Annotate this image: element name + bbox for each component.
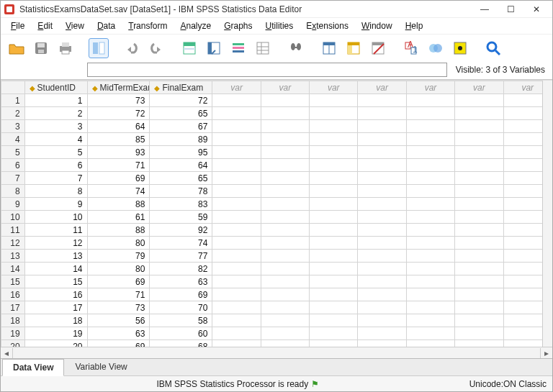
cell-empty[interactable] xyxy=(310,120,358,133)
cell-empty[interactable] xyxy=(261,185,309,198)
cell-empty[interactable] xyxy=(310,327,358,340)
cell-empty[interactable] xyxy=(455,172,503,185)
cell-empty[interactable] xyxy=(406,159,454,172)
cell-empty[interactable] xyxy=(358,301,406,314)
select-cases-icon[interactable] xyxy=(368,38,388,58)
cell[interactable]: 74 xyxy=(150,237,212,250)
use-sets-icon[interactable] xyxy=(426,38,446,58)
cell[interactable]: 14 xyxy=(24,263,87,275)
col-header-midterm[interactable]: ◆MidTermExam xyxy=(87,81,150,94)
col-header-empty[interactable]: var xyxy=(261,81,309,94)
cell[interactable]: 65 xyxy=(150,172,212,185)
cell-empty[interactable] xyxy=(358,133,406,146)
cell-empty[interactable] xyxy=(212,120,261,133)
cell[interactable]: 65 xyxy=(150,107,212,120)
cell-empty[interactable] xyxy=(455,288,503,301)
cell[interactable]: 73 xyxy=(87,301,150,314)
cell-empty[interactable] xyxy=(212,94,261,107)
cell-empty[interactable] xyxy=(455,340,503,347)
cell[interactable]: 74 xyxy=(87,185,150,198)
cell-empty[interactable] xyxy=(212,159,261,172)
row-header[interactable]: 4 xyxy=(1,133,25,146)
cell-empty[interactable] xyxy=(358,263,406,275)
menu-data[interactable]: Data xyxy=(91,19,121,32)
cell-empty[interactable] xyxy=(261,327,309,340)
cell-empty[interactable] xyxy=(310,301,358,314)
cell[interactable]: 9 xyxy=(24,198,87,211)
cell-empty[interactable] xyxy=(212,250,261,263)
cell-empty[interactable] xyxy=(310,172,358,185)
cell-empty[interactable] xyxy=(261,198,309,211)
cell[interactable]: 80 xyxy=(87,263,150,275)
run-descriptives-icon[interactable] xyxy=(253,38,273,58)
horizontal-scrollbar[interactable]: ◂ ▸ xyxy=(1,347,552,358)
tab-variable-view[interactable]: Variable View xyxy=(64,358,138,375)
cell-empty[interactable] xyxy=(358,340,406,347)
variables-icon[interactable] xyxy=(228,38,248,58)
cell[interactable]: 68 xyxy=(150,340,212,347)
col-header-empty[interactable]: var xyxy=(358,81,406,94)
cell-empty[interactable] xyxy=(358,185,406,198)
row-header[interactable]: 2 xyxy=(1,107,25,120)
col-header-studentid[interactable]: ◆StudentID xyxy=(24,81,87,94)
row-header[interactable]: 9 xyxy=(1,198,25,211)
split-file-icon[interactable] xyxy=(319,38,339,58)
cell-empty[interactable] xyxy=(455,159,503,172)
cell-empty[interactable] xyxy=(455,327,503,340)
cell-empty[interactable] xyxy=(406,327,454,340)
cell-empty[interactable] xyxy=(310,275,358,288)
cell[interactable]: 69 xyxy=(150,288,212,301)
cell[interactable]: 69 xyxy=(87,172,150,185)
cell-empty[interactable] xyxy=(212,263,261,275)
value-labels-icon[interactable]: A1 xyxy=(401,38,421,58)
maximize-button[interactable]: ☐ xyxy=(498,1,523,17)
redo-icon[interactable] xyxy=(146,38,166,58)
cell[interactable]: 61 xyxy=(87,211,150,224)
menu-edit[interactable]: Edit xyxy=(32,19,58,32)
cell-empty[interactable] xyxy=(455,198,503,211)
cell[interactable]: 79 xyxy=(87,250,150,263)
row-header[interactable]: 17 xyxy=(1,301,25,314)
cell-empty[interactable] xyxy=(261,224,309,237)
cell-empty[interactable] xyxy=(406,301,454,314)
cell[interactable]: 72 xyxy=(87,107,150,120)
cell-empty[interactable] xyxy=(358,107,406,120)
cell-empty[interactable] xyxy=(261,94,309,107)
cell-empty[interactable] xyxy=(212,211,261,224)
cell[interactable]: 1 xyxy=(24,94,87,107)
cell-empty[interactable] xyxy=(455,120,503,133)
cell-empty[interactable] xyxy=(358,275,406,288)
cell-empty[interactable] xyxy=(261,146,309,159)
cell[interactable]: 6 xyxy=(24,159,87,172)
cell-empty[interactable] xyxy=(455,301,503,314)
row-header[interactable]: 11 xyxy=(1,224,25,237)
row-header[interactable]: 13 xyxy=(1,250,25,263)
search-icon[interactable] xyxy=(483,38,503,58)
cell-empty[interactable] xyxy=(358,94,406,107)
cell[interactable]: 58 xyxy=(150,314,212,327)
cell-empty[interactable] xyxy=(310,263,358,275)
cell-empty[interactable] xyxy=(455,263,503,275)
cell-empty[interactable] xyxy=(310,340,358,347)
cell-empty[interactable] xyxy=(212,301,261,314)
cell-empty[interactable] xyxy=(406,107,454,120)
undo-icon[interactable] xyxy=(122,38,142,58)
cell-empty[interactable] xyxy=(455,211,503,224)
col-header-empty[interactable]: var xyxy=(212,81,261,94)
cell-empty[interactable] xyxy=(358,327,406,340)
cell-empty[interactable] xyxy=(406,288,454,301)
cell-empty[interactable] xyxy=(455,237,503,250)
row-header[interactable]: 14 xyxy=(1,263,25,275)
cell[interactable]: 78 xyxy=(150,185,212,198)
menu-window[interactable]: Window xyxy=(356,19,398,32)
cell-empty[interactable] xyxy=(406,314,454,327)
cell-empty[interactable] xyxy=(310,159,358,172)
cell[interactable]: 77 xyxy=(150,250,212,263)
menu-analyze[interactable]: Analyze xyxy=(174,19,217,32)
cell-empty[interactable] xyxy=(261,107,309,120)
print-icon[interactable] xyxy=(55,38,76,58)
row-header[interactable]: 6 xyxy=(1,159,25,172)
cell-empty[interactable] xyxy=(358,314,406,327)
cell-empty[interactable] xyxy=(406,250,454,263)
cell-empty[interactable] xyxy=(212,314,261,327)
